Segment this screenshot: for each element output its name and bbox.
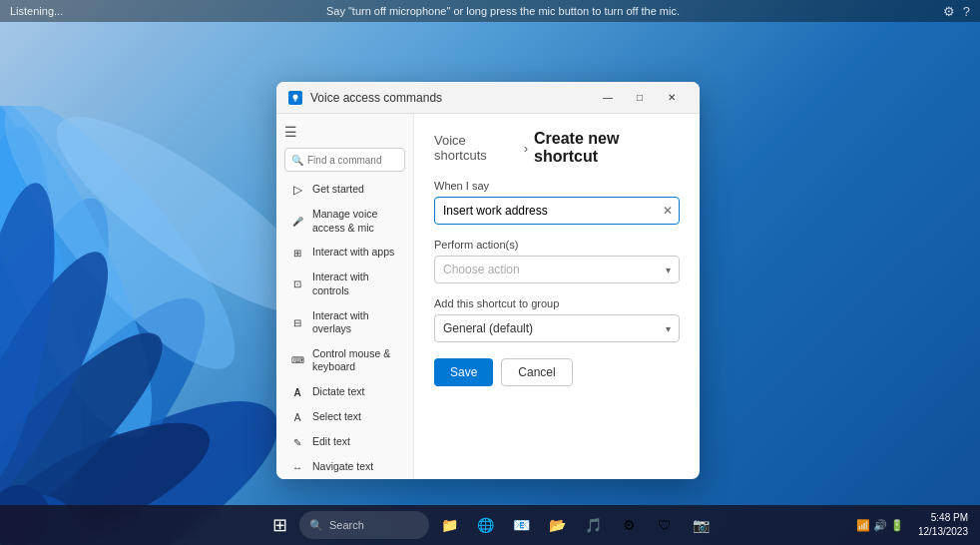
perform-label: Perform action(s): [434, 239, 680, 251]
sidebar-item-select-text[interactable]: A Select text: [280, 405, 409, 429]
window-controls: — □ ✕: [592, 87, 688, 109]
taskbar-center: ⊞ 🔍 Search 📁 🌐 📧 📂 🎵 ⚙ 🛡 📷: [263, 509, 717, 541]
sidebar-item-interact-apps[interactable]: ⊞ Interact with apps: [280, 241, 409, 265]
group-select-value: General (default): [443, 321, 533, 335]
sidebar-item-label: Select text: [312, 410, 361, 424]
edit-icon: ✎: [290, 435, 304, 449]
select-icon: A: [290, 410, 304, 424]
apps-icon: ⊞: [290, 246, 304, 260]
overlays-icon: ⊟: [290, 315, 304, 329]
window-title: Voice access commands: [310, 91, 592, 105]
navigate-icon: ↔: [290, 460, 304, 474]
network-icon[interactable]: 📶: [856, 519, 870, 532]
when-input-container[interactable]: ✕: [434, 197, 680, 225]
dictate-icon: A: [290, 385, 304, 399]
clock-date: 12/13/2023: [918, 525, 968, 539]
svg-rect-15: [294, 99, 297, 100]
taskbar-settings[interactable]: ⚙: [613, 509, 645, 541]
group-select[interactable]: General (default) ▾: [434, 314, 680, 342]
sidebar-item-edit-text[interactable]: ✎ Edit text: [280, 430, 409, 454]
hamburger-icon[interactable]: ☰: [276, 120, 413, 144]
search-container[interactable]: 🔍: [284, 148, 405, 172]
taskbar-search-label: Search: [329, 519, 364, 531]
search-icon: 🔍: [291, 155, 303, 166]
sidebar-item-get-started[interactable]: ▷ Get started: [280, 178, 409, 202]
mouse-icon: ⌨: [290, 353, 304, 367]
sidebar-item-dictate-text[interactable]: A Dictate text: [280, 380, 409, 404]
sidebar-item-label: Interact with overlays: [312, 309, 399, 336]
sidebar-item-label: Control mouse & keyboard: [312, 347, 399, 374]
main-content: Voice shortcuts › Create new shortcut Wh…: [414, 114, 700, 479]
help-icon[interactable]: ?: [963, 4, 970, 19]
when-label: When I say: [434, 180, 680, 192]
clock-time: 5:48 PM: [918, 511, 968, 525]
mic-icon: 🎤: [290, 215, 304, 229]
taskbar-mail[interactable]: 📧: [505, 509, 537, 541]
search-input[interactable]: [307, 155, 398, 166]
perform-select[interactable]: Choose action ▾: [434, 256, 680, 283]
perform-chevron-down-icon: ▾: [666, 265, 671, 275]
voice-access-window: Voice access commands — □ ✕ ☰ 🔍 ▷ Get st…: [276, 82, 700, 479]
form-actions: Save Cancel: [434, 358, 680, 386]
controls-icon: ⊡: [290, 277, 304, 291]
sidebar-item-label: Get started: [312, 183, 364, 197]
taskbar: ⊞ 🔍 Search 📁 🌐 📧 📂 🎵 ⚙ 🛡 📷 📶 🔊 🔋 5:48 PM…: [0, 505, 980, 545]
sidebar-item-interact-overlays[interactable]: ⊟ Interact with overlays: [280, 304, 409, 341]
sidebar-item-manage-voice[interactable]: 🎤 Manage voice access & mic: [280, 203, 409, 240]
sidebar-item-interact-controls[interactable]: ⊡ Interact with controls: [280, 266, 409, 302]
when-i-say-group: When I say ✕: [434, 180, 680, 225]
taskbar-right: 📶 🔊 🔋 5:48 PM 12/13/2023: [852, 505, 974, 545]
taskbar-file-explorer[interactable]: 📁: [433, 509, 465, 541]
taskbar-search-icon: 🔍: [309, 519, 323, 532]
window-titlebar: Voice access commands — □ ✕: [276, 82, 700, 114]
close-button[interactable]: ✕: [656, 87, 688, 109]
app-icon: [288, 91, 302, 105]
group-label: Add this shortcut to group: [434, 297, 680, 309]
system-clock[interactable]: 5:48 PM 12/13/2023: [912, 511, 974, 539]
listening-status: Listening...: [10, 5, 63, 17]
page-title: Create new shortcut: [534, 130, 680, 166]
breadcrumb-arrow: ›: [524, 141, 528, 156]
taskbar-camera[interactable]: 📷: [685, 509, 717, 541]
get-started-icon: ▷: [290, 183, 304, 197]
start-button[interactable]: ⊞: [263, 509, 295, 541]
sidebar-item-label: Edit text: [312, 435, 350, 449]
shortcut-group-group: Add this shortcut to group General (defa…: [434, 297, 680, 342]
svg-point-14: [293, 94, 298, 99]
settings-icon[interactable]: ⚙: [943, 4, 955, 19]
sidebar-item-label: Manage voice access & mic: [312, 208, 399, 235]
taskbar-music[interactable]: 🎵: [577, 509, 609, 541]
sidebar-item-label: Interact with controls: [312, 271, 399, 297]
sidebar: ☰ 🔍 ▷ Get started 🎤 Manage voice access …: [276, 114, 414, 479]
group-chevron-down-icon: ▾: [666, 323, 671, 334]
taskbar-edge[interactable]: 🌐: [469, 509, 501, 541]
breadcrumb-link[interactable]: Voice shortcuts: [434, 133, 518, 163]
clear-input-icon[interactable]: ✕: [663, 204, 673, 218]
taskbar-folder[interactable]: 📂: [541, 509, 573, 541]
system-tray: 📶 🔊 🔋: [852, 519, 908, 532]
cancel-button[interactable]: Cancel: [501, 358, 572, 386]
maximize-button[interactable]: □: [624, 87, 656, 109]
window-body: ☰ 🔍 ▷ Get started 🎤 Manage voice access …: [276, 114, 700, 479]
top-bar-icons: ⚙ ?: [943, 4, 970, 19]
top-bar: Listening... Say "turn off microphone" o…: [0, 0, 980, 22]
breadcrumb: Voice shortcuts › Create new shortcut: [434, 130, 680, 166]
sidebar-item-label: Interact with apps: [312, 246, 394, 260]
perform-select-value: Choose action: [443, 263, 520, 276]
sidebar-item-label: Navigate text: [312, 460, 373, 474]
mic-icon-svg: [290, 93, 300, 103]
top-bar-instruction: Say "turn off microphone" or long press …: [63, 5, 943, 17]
perform-action-group: Perform action(s) Choose action ▾: [434, 239, 680, 283]
volume-icon[interactable]: 🔊: [873, 519, 887, 532]
svg-rect-16: [295, 100, 296, 102]
battery-icon[interactable]: 🔋: [890, 519, 904, 532]
sidebar-item-navigate-text[interactable]: ↔ Navigate text: [280, 455, 409, 479]
minimize-button[interactable]: —: [592, 87, 624, 109]
sidebar-item-label: Dictate text: [312, 385, 365, 399]
sidebar-item-control-mouse[interactable]: ⌨ Control mouse & keyboard: [280, 342, 409, 379]
taskbar-security[interactable]: 🛡: [649, 509, 681, 541]
save-button[interactable]: Save: [434, 358, 493, 386]
taskbar-search[interactable]: 🔍 Search: [299, 511, 429, 539]
when-input[interactable]: [443, 204, 651, 218]
